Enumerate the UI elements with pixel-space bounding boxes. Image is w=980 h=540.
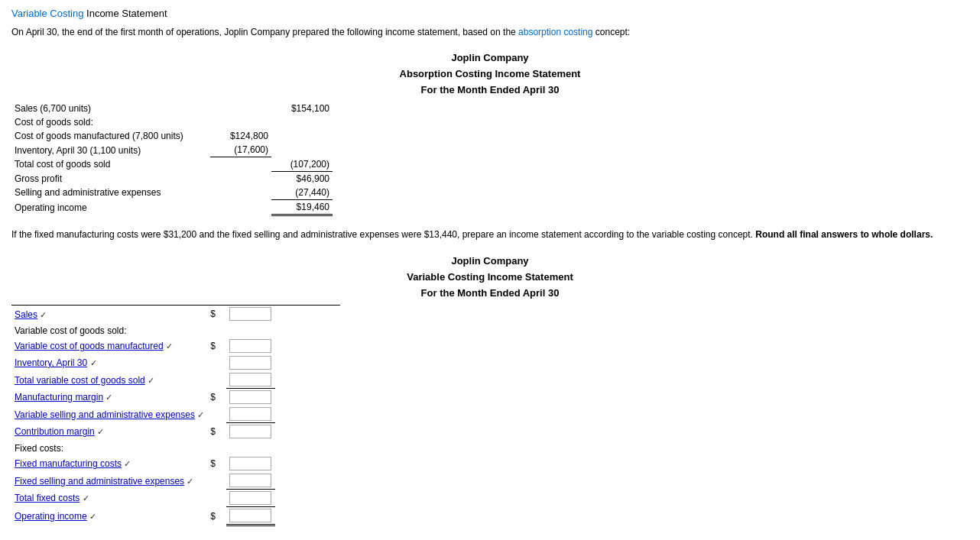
mfg-margin-input[interactable] [229, 390, 271, 404]
fixed-sga-input[interactable] [229, 474, 271, 487]
absorption-header: Joplin Company Absorption Costing Income… [11, 50, 969, 98]
table-row: Operating income $19,460 [11, 199, 333, 215]
vc-title: Variable Costing Income Statement [11, 270, 969, 286]
intro-paragraph: On April 30, the end of the first month … [11, 25, 969, 39]
total-var-checkmark: ✓ [148, 376, 154, 385]
vc-company: Joplin Company [11, 254, 969, 270]
sales-input[interactable] [229, 307, 271, 321]
total-var-input[interactable] [229, 373, 271, 386]
total-var-link[interactable]: Total variable cost of goods sold [15, 375, 145, 386]
total-var-row: Total variable cost of goods sold ✓ [11, 371, 340, 389]
table-row: Sales (6,700 units) $154,100 [11, 102, 333, 115]
page-title: Variable Costing [11, 8, 83, 19]
absorption-costing-link[interactable]: absorption costing [518, 27, 592, 37]
mfg-margin-row: Manufacturing margin ✓ $ [11, 389, 340, 406]
total-fixed-row: Total fixed costs ✓ [11, 490, 340, 507]
total-fixed-checkmark: ✓ [83, 493, 89, 503]
gross-profit-label: Gross profit [11, 171, 210, 186]
variable-costing-table: Sales ✓ $ Variable cost of goods sold: V… [11, 305, 340, 526]
page-subtitle: Income Statement [86, 8, 167, 19]
mfg-margin-link[interactable]: Manufacturing margin [15, 392, 103, 403]
inventory-link[interactable]: Inventory, April 30 [15, 357, 87, 368]
vc-period: For the Month Ended April 30 [11, 286, 969, 302]
contrib-margin-link[interactable]: Contribution margin [15, 426, 95, 437]
question-text: If the fixed manufacturing costs were $3… [11, 228, 969, 242]
inventory-row: Inventory, April 30 ✓ [11, 354, 340, 371]
fixed-sga-checkmark: ✓ [187, 477, 193, 486]
total-cogs-label: Total cost of goods sold [11, 157, 210, 172]
fixed-sga-row: Fixed selling and administrative expense… [11, 472, 340, 490]
inventory-label: Inventory, April 30 (1,100 units) [11, 143, 210, 157]
op-income-checkmark: ✓ [89, 512, 96, 521]
fixed-sga-link[interactable]: Fixed selling and administrative expense… [15, 476, 184, 487]
total-fixed-link[interactable]: Total fixed costs [15, 493, 80, 503]
sales-label: Sales (6,700 units) [11, 102, 210, 115]
fixed-mfg-link[interactable]: Fixed manufacturing costs [15, 458, 122, 469]
var-sga-checkmark: ✓ [197, 410, 204, 419]
table-row: Cost of goods manufactured (7,800 units)… [11, 129, 333, 143]
total-fixed-input[interactable] [229, 491, 271, 505]
absorption-company: Joplin Company [11, 50, 969, 66]
var-mfg-checkmark: ✓ [166, 341, 173, 351]
table-row: Inventory, April 30 (1,100 units) (17,60… [11, 143, 333, 157]
var-mfg-row: Variable cost of goods manufactured ✓ $ [11, 338, 340, 354]
absorption-title: Absorption Costing Income Statement [11, 66, 969, 82]
var-mfg-link[interactable]: Variable cost of goods manufactured [15, 341, 164, 351]
contrib-margin-row: Contribution margin ✓ $ [11, 423, 340, 441]
op-income-link[interactable]: Operating income [15, 511, 87, 522]
op-income-input[interactable] [229, 509, 271, 522]
vc-header: Joplin Company Variable Costing Income S… [11, 254, 969, 301]
sales-row: Sales ✓ $ [11, 306, 340, 323]
fixed-mfg-input[interactable] [229, 457, 271, 470]
absorption-period: For the Month Ended April 30 [11, 82, 969, 99]
vcogs-header-row: Variable cost of goods sold: [11, 322, 340, 338]
var-mfg-input[interactable] [229, 339, 271, 353]
table-row: Selling and administrative expenses (27,… [11, 186, 333, 200]
var-sga-link[interactable]: Variable selling and administrative expe… [15, 409, 195, 420]
fixed-mfg-row: Fixed manufacturing costs ✓ $ [11, 455, 340, 472]
sales-link[interactable]: Sales [15, 309, 37, 320]
sales-checkmark: ✓ [40, 310, 47, 319]
op-income-label: Operating income [11, 199, 210, 215]
cogs-header: Cost of goods sold: [11, 115, 210, 129]
table-row: Gross profit $46,900 [11, 171, 333, 186]
cogs-mfg-label: Cost of goods manufactured (7,800 units) [11, 129, 210, 143]
sga-label: Selling and administrative expenses [11, 186, 210, 200]
table-row: Cost of goods sold: [11, 115, 333, 129]
fixed-mfg-checkmark: ✓ [124, 459, 131, 468]
absorption-table: Sales (6,700 units) $154,100 Cost of goo… [11, 102, 333, 216]
fixed-costs-header-row: Fixed costs: [11, 440, 340, 455]
inventory-input[interactable] [229, 356, 271, 370]
var-sga-row: Variable selling and administrative expe… [11, 406, 340, 423]
inventory-checkmark: ✓ [90, 358, 97, 367]
op-income-row: Operating income ✓ $ [11, 507, 340, 525]
vcogs-label: Variable cost of goods sold: [15, 325, 127, 336]
fixed-costs-label: Fixed costs: [15, 443, 63, 454]
contrib-margin-checkmark: ✓ [97, 427, 104, 436]
mfg-margin-checkmark: ✓ [105, 393, 112, 402]
var-sga-input[interactable] [229, 407, 271, 421]
contrib-margin-input[interactable] [229, 425, 271, 438]
table-row: Total cost of goods sold (107,200) [11, 157, 333, 172]
